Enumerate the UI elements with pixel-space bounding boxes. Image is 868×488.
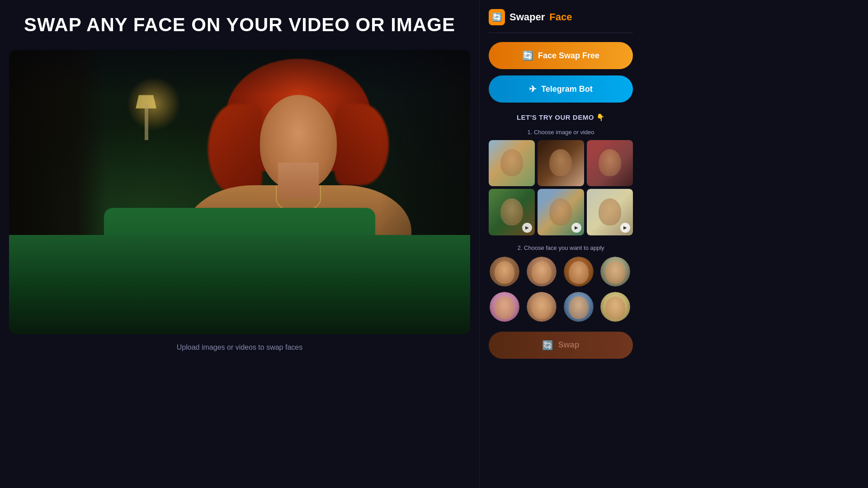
face-avatar-3[interactable]	[563, 256, 594, 287]
sofa-green	[9, 235, 470, 334]
image-grid: ▶▶▶	[489, 140, 633, 235]
grid-image-6[interactable]: ▶	[587, 189, 633, 235]
swap-button[interactable]: 🔄 Swap	[489, 332, 633, 359]
face-image-1	[490, 257, 519, 286]
face-image-7	[564, 292, 594, 322]
grid-image-3[interactable]	[587, 140, 633, 186]
telegram-bot-button[interactable]: ✈ Telegram Bot	[489, 75, 633, 103]
face-swap-label: Face Swap Free	[538, 51, 599, 61]
grid-image-1[interactable]	[489, 140, 535, 186]
face-image-2	[527, 257, 557, 286]
demo-header: LET'S TRY OUR DEMO 👇	[489, 113, 633, 122]
face-image-3	[564, 257, 594, 286]
grid-image-inner-2	[538, 140, 584, 186]
grid-image-inner-6: ▶	[587, 189, 633, 235]
lamp-body	[145, 104, 148, 140]
face-image-4	[600, 257, 630, 286]
face-image-5	[490, 292, 519, 322]
face-avatar-7[interactable]	[563, 291, 594, 323]
swap-icon: 🔄	[542, 340, 553, 351]
grid-image-4[interactable]: ▶	[489, 189, 535, 235]
logo-row: 🔄 SwaperFace	[489, 9, 633, 25]
face-avatar-5[interactable]	[489, 291, 520, 323]
logo-face: Face	[549, 11, 572, 23]
hair-left	[208, 104, 262, 194]
face-image-6	[527, 292, 557, 322]
upload-hint: Upload images or videos to swap faces	[177, 343, 302, 352]
face-avatar-8[interactable]	[599, 291, 631, 323]
main-image-area[interactable]	[9, 50, 470, 334]
video-play-badge: ▶	[522, 223, 532, 233]
logo-icon: 🔄	[489, 9, 505, 25]
grid-image-inner-1	[489, 140, 535, 186]
telegram-label: Telegram Bot	[541, 84, 593, 94]
right-panel: 🔄 SwaperFace 🔄 Face Swap Free ✈ Telegram…	[479, 0, 642, 488]
divider-top	[489, 33, 633, 33]
page-title: SWAP ANY FACE ON YOUR VIDEO OR IMAGE	[24, 14, 455, 36]
face-avatar-6[interactable]	[526, 291, 557, 323]
telegram-icon: ✈	[529, 84, 537, 94]
left-section: SWAP ANY FACE ON YOUR VIDEO OR IMAGE Upl…	[0, 0, 479, 488]
face-swap-icon: 🔄	[522, 50, 533, 61]
logo-swaper: Swaper	[509, 11, 545, 23]
face-image-8	[600, 292, 630, 322]
grid-image-inner-4: ▶	[489, 189, 535, 235]
grid-image-2[interactable]	[538, 140, 584, 186]
step1-label: 1. Choose image or video	[489, 129, 633, 136]
face-avatar-4[interactable]	[599, 256, 631, 287]
grid-image-inner-3	[587, 140, 633, 186]
step2-label: 2. Choose face you want to apply	[489, 244, 633, 251]
face-grid	[489, 256, 633, 323]
swap-label: Swap	[558, 340, 579, 350]
face-avatar-1[interactable]	[489, 256, 520, 287]
video-play-badge: ▶	[571, 223, 581, 233]
face-swap-free-button[interactable]: 🔄 Face Swap Free	[489, 42, 633, 69]
grid-image-5[interactable]: ▶	[538, 189, 584, 235]
top-vignette	[9, 50, 470, 95]
grid-image-inner-5: ▶	[538, 189, 584, 235]
face-avatar-2[interactable]	[526, 256, 557, 287]
video-play-badge: ▶	[620, 223, 630, 233]
